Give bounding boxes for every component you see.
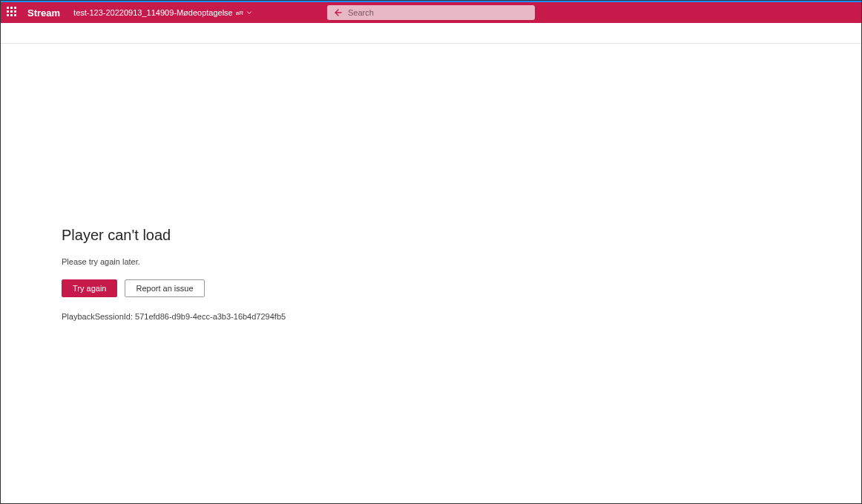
try-again-button[interactable]: Try again	[62, 279, 117, 297]
search-box[interactable]	[327, 5, 535, 20]
app-launcher-icon[interactable]	[7, 7, 19, 19]
error-subtitle: Please try again later.	[62, 257, 655, 266]
back-arrow-icon[interactable]	[333, 8, 342, 17]
error-title: Player can't load	[62, 227, 655, 244]
file-badge: aR	[236, 10, 243, 16]
sub-header-bar	[1, 23, 861, 44]
app-header: Stream test-123-20220913_114909-Mødeopta…	[1, 2, 861, 23]
report-issue-button[interactable]: Report an issue	[125, 279, 204, 297]
file-name-label: test-123-20220913_114909-Mødeoptagelse	[73, 8, 233, 17]
search-input[interactable]	[348, 8, 529, 17]
app-title[interactable]: Stream	[27, 7, 60, 19]
file-name-dropdown[interactable]: test-123-20220913_114909-Mødeoptagelse a…	[73, 8, 252, 17]
error-block: Player can't load Please try again later…	[62, 227, 655, 321]
playback-session-id: PlaybackSessionId: 571efd86-d9b9-4ecc-a3…	[62, 312, 655, 321]
error-button-row: Try again Report an issue	[62, 279, 655, 297]
main-content: Player can't load Please try again later…	[1, 44, 861, 503]
chevron-down-icon	[246, 10, 252, 16]
